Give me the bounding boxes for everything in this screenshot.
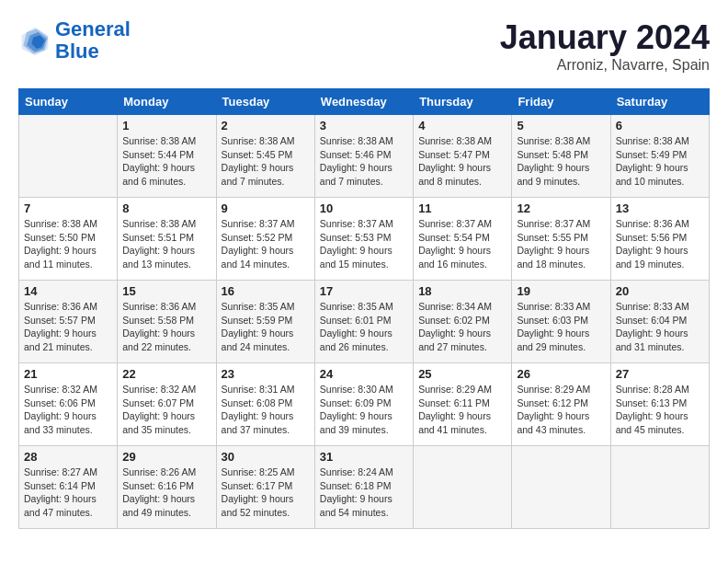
month-title: January 2024 xyxy=(500,18,710,57)
calendar-cell xyxy=(19,115,118,198)
day-number: 20 xyxy=(616,284,704,298)
calendar-cell: 23Sunrise: 8:31 AM Sunset: 6:08 PM Dayli… xyxy=(216,363,314,446)
day-number: 29 xyxy=(122,450,210,464)
day-content: Sunrise: 8:35 AM Sunset: 6:01 PM Dayligh… xyxy=(320,300,408,354)
calendar-cell: 11Sunrise: 8:37 AM Sunset: 5:54 PM Dayli… xyxy=(414,198,512,281)
week-row-3: 14Sunrise: 8:36 AM Sunset: 5:57 PM Dayli… xyxy=(19,281,710,363)
day-number: 31 xyxy=(320,450,408,464)
day-content: Sunrise: 8:31 AM Sunset: 6:08 PM Dayligh… xyxy=(222,383,310,437)
calendar-cell: 10Sunrise: 8:37 AM Sunset: 5:53 PM Dayli… xyxy=(314,198,413,281)
calendar-cell: 21Sunrise: 8:32 AM Sunset: 6:06 PM Dayli… xyxy=(19,363,118,446)
day-number: 30 xyxy=(222,450,310,464)
header: General Blue January 2024 Arroniz, Navar… xyxy=(18,18,710,74)
day-number: 3 xyxy=(320,119,408,132)
day-number: 22 xyxy=(122,367,210,381)
day-content: Sunrise: 8:33 AM Sunset: 6:03 PM Dayligh… xyxy=(517,300,605,354)
calendar-cell: 12Sunrise: 8:37 AM Sunset: 5:55 PM Dayli… xyxy=(512,198,610,281)
calendar-cell: 22Sunrise: 8:32 AM Sunset: 6:07 PM Dayli… xyxy=(118,363,216,446)
calendar-cell: 4Sunrise: 8:38 AM Sunset: 5:47 PM Daylig… xyxy=(414,115,512,198)
logo-text: General Blue xyxy=(55,18,131,63)
calendar-cell: 13Sunrise: 8:36 AM Sunset: 5:56 PM Dayli… xyxy=(610,198,709,281)
calendar-cell: 24Sunrise: 8:30 AM Sunset: 6:09 PM Dayli… xyxy=(314,363,413,446)
day-number: 17 xyxy=(320,284,408,298)
day-header-tuesday: Tuesday xyxy=(216,89,314,115)
day-number: 7 xyxy=(24,201,112,215)
calendar-cell: 17Sunrise: 8:35 AM Sunset: 6:01 PM Dayli… xyxy=(314,281,413,363)
day-number: 14 xyxy=(24,284,112,298)
day-content: Sunrise: 8:24 AM Sunset: 6:18 PM Dayligh… xyxy=(320,465,408,520)
day-content: Sunrise: 8:32 AM Sunset: 6:07 PM Dayligh… xyxy=(122,383,210,437)
day-content: Sunrise: 8:28 AM Sunset: 6:13 PM Dayligh… xyxy=(616,383,704,437)
day-number: 19 xyxy=(517,284,605,298)
day-content: Sunrise: 8:38 AM Sunset: 5:50 PM Dayligh… xyxy=(24,217,112,271)
logo: General Blue xyxy=(18,18,131,63)
day-content: Sunrise: 8:36 AM Sunset: 5:57 PM Dayligh… xyxy=(24,300,112,354)
calendar-cell: 20Sunrise: 8:33 AM Sunset: 6:04 PM Dayli… xyxy=(610,281,709,363)
day-number: 21 xyxy=(24,367,112,381)
day-content: Sunrise: 8:35 AM Sunset: 5:59 PM Dayligh… xyxy=(222,300,310,354)
day-content: Sunrise: 8:37 AM Sunset: 5:55 PM Dayligh… xyxy=(517,217,605,271)
day-number: 1 xyxy=(122,119,210,132)
day-header-thursday: Thursday xyxy=(414,89,512,115)
day-content: Sunrise: 8:38 AM Sunset: 5:46 PM Dayligh… xyxy=(320,134,408,189)
day-content: Sunrise: 8:37 AM Sunset: 5:54 PM Dayligh… xyxy=(418,217,506,271)
day-number: 9 xyxy=(222,201,310,215)
day-content: Sunrise: 8:32 AM Sunset: 6:06 PM Dayligh… xyxy=(24,383,112,437)
day-number: 18 xyxy=(418,284,506,298)
day-content: Sunrise: 8:38 AM Sunset: 5:51 PM Dayligh… xyxy=(122,217,210,271)
day-header-monday: Monday xyxy=(118,89,216,115)
day-content: Sunrise: 8:30 AM Sunset: 6:09 PM Dayligh… xyxy=(320,383,408,437)
day-number: 27 xyxy=(616,367,704,381)
day-content: Sunrise: 8:25 AM Sunset: 6:17 PM Dayligh… xyxy=(222,465,310,520)
calendar-cell xyxy=(512,446,610,529)
calendar-header: SundayMondayTuesdayWednesdayThursdayFrid… xyxy=(19,89,710,115)
calendar-cell: 18Sunrise: 8:34 AM Sunset: 6:02 PM Dayli… xyxy=(414,281,512,363)
calendar-cell: 9Sunrise: 8:37 AM Sunset: 5:52 PM Daylig… xyxy=(216,198,314,281)
calendar-cell: 29Sunrise: 8:26 AM Sunset: 6:16 PM Dayli… xyxy=(118,446,216,529)
calendar-cell: 14Sunrise: 8:36 AM Sunset: 5:57 PM Dayli… xyxy=(19,281,118,363)
day-number: 16 xyxy=(222,284,310,298)
day-number: 13 xyxy=(616,201,704,215)
day-number: 24 xyxy=(320,367,408,381)
day-number: 5 xyxy=(517,119,605,132)
day-content: Sunrise: 8:29 AM Sunset: 6:11 PM Dayligh… xyxy=(418,383,506,437)
day-content: Sunrise: 8:29 AM Sunset: 6:12 PM Dayligh… xyxy=(517,383,605,437)
logo-icon xyxy=(18,24,51,57)
calendar-cell: 28Sunrise: 8:27 AM Sunset: 6:14 PM Dayli… xyxy=(19,446,118,529)
day-header-wednesday: Wednesday xyxy=(314,89,413,115)
day-content: Sunrise: 8:38 AM Sunset: 5:48 PM Dayligh… xyxy=(517,134,605,189)
calendar-cell: 27Sunrise: 8:28 AM Sunset: 6:13 PM Dayli… xyxy=(610,363,709,446)
calendar-cell: 31Sunrise: 8:24 AM Sunset: 6:18 PM Dayli… xyxy=(314,446,413,529)
day-number: 12 xyxy=(517,201,605,215)
week-row-5: 28Sunrise: 8:27 AM Sunset: 6:14 PM Dayli… xyxy=(19,446,710,529)
week-row-4: 21Sunrise: 8:32 AM Sunset: 6:06 PM Dayli… xyxy=(19,363,710,446)
week-row-1: 1Sunrise: 8:38 AM Sunset: 5:44 PM Daylig… xyxy=(19,115,710,198)
day-content: Sunrise: 8:27 AM Sunset: 6:14 PM Dayligh… xyxy=(24,465,112,520)
calendar-cell xyxy=(414,446,512,529)
calendar-cell: 30Sunrise: 8:25 AM Sunset: 6:17 PM Dayli… xyxy=(216,446,314,529)
day-number: 8 xyxy=(122,201,210,215)
calendar-cell: 1Sunrise: 8:38 AM Sunset: 5:44 PM Daylig… xyxy=(118,115,216,198)
day-content: Sunrise: 8:38 AM Sunset: 5:49 PM Dayligh… xyxy=(616,134,704,189)
day-header-saturday: Saturday xyxy=(610,89,709,115)
calendar-cell: 6Sunrise: 8:38 AM Sunset: 5:49 PM Daylig… xyxy=(610,115,709,198)
day-content: Sunrise: 8:37 AM Sunset: 5:52 PM Dayligh… xyxy=(222,217,310,271)
day-content: Sunrise: 8:36 AM Sunset: 5:58 PM Dayligh… xyxy=(122,300,210,354)
day-number: 15 xyxy=(122,284,210,298)
day-number: 28 xyxy=(24,450,112,464)
calendar-cell: 7Sunrise: 8:38 AM Sunset: 5:50 PM Daylig… xyxy=(19,198,118,281)
calendar-cell: 25Sunrise: 8:29 AM Sunset: 6:11 PM Dayli… xyxy=(414,363,512,446)
day-content: Sunrise: 8:38 AM Sunset: 5:44 PM Dayligh… xyxy=(122,134,210,189)
calendar-cell: 5Sunrise: 8:38 AM Sunset: 5:48 PM Daylig… xyxy=(512,115,610,198)
day-number: 10 xyxy=(320,201,408,215)
calendar-cell: 26Sunrise: 8:29 AM Sunset: 6:12 PM Dayli… xyxy=(512,363,610,446)
day-content: Sunrise: 8:38 AM Sunset: 5:45 PM Dayligh… xyxy=(222,134,310,189)
day-content: Sunrise: 8:38 AM Sunset: 5:47 PM Dayligh… xyxy=(418,134,506,189)
day-number: 6 xyxy=(616,119,704,132)
day-content: Sunrise: 8:33 AM Sunset: 6:04 PM Dayligh… xyxy=(616,300,704,354)
calendar-cell: 15Sunrise: 8:36 AM Sunset: 5:58 PM Dayli… xyxy=(118,281,216,363)
day-number: 11 xyxy=(418,201,506,215)
calendar-table: SundayMondayTuesdayWednesdayThursdayFrid… xyxy=(18,88,710,529)
calendar-cell: 3Sunrise: 8:38 AM Sunset: 5:46 PM Daylig… xyxy=(314,115,413,198)
calendar-cell xyxy=(610,446,709,529)
